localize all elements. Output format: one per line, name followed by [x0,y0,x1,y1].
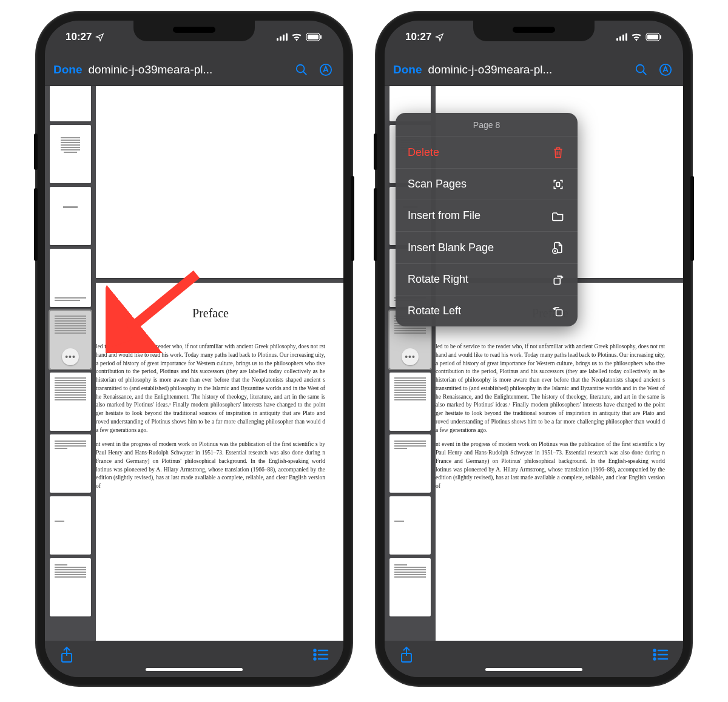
bottom-toolbar [45,641,343,677]
phone-left: 10:27 Done dominic-j-o39meara-pl... [36,12,352,686]
svg-line-4 [303,71,307,75]
wifi-icon [631,33,642,41]
cellular-icon [616,33,627,41]
trash-icon [551,146,565,159]
svg-point-29 [654,654,656,656]
page-thumb[interactable] [389,373,431,431]
page-blank [96,86,343,278]
folder-icon [551,211,565,221]
svg-point-12 [314,654,316,656]
svg-rect-24 [554,278,560,284]
status-time: 10:27 [66,31,92,43]
screen-left: 10:27 Done dominic-j-o39meara-pl... [45,21,343,677]
notch [133,21,255,41]
share-icon[interactable] [59,646,74,663]
menu-insert-blank-label: Insert Blank Page [408,241,494,254]
scan-icon [551,178,565,191]
thumb-more-button[interactable]: ••• [402,348,419,365]
svg-rect-18 [660,35,661,39]
search-icon[interactable] [292,63,311,76]
menu-insert-blank-page[interactable]: Insert Blank Page [396,231,578,263]
nav-bar: Done dominic-j-o39meara-pl... [45,53,343,86]
phone-right: 10:27 Done dominic-j-o39meara-pl... [376,12,692,686]
svg-rect-22 [557,182,560,186]
thumbnail-rail[interactable]: ••• [45,86,96,641]
preface-para: led to be of service to the reader who, … [436,343,665,434]
preface-para: led to be of service to the reader who, … [96,343,325,434]
search-icon[interactable] [632,63,650,76]
svg-point-3 [297,64,305,72]
page-thumb[interactable] [389,496,431,555]
cellular-icon [277,33,288,41]
page-thumb[interactable] [50,249,91,307]
list-icon[interactable] [313,649,329,661]
document-title: dominic-j-o39meara-pl... [428,63,627,76]
svg-line-20 [643,71,647,75]
menu-rotate-left-label: Rotate Left [408,305,461,317]
battery-icon [306,33,323,41]
page-thumb[interactable] [389,558,431,616]
page-thumb[interactable] [50,86,91,121]
page-thumb[interactable] [50,373,91,431]
wifi-icon [291,33,302,41]
screen-right: 10:27 Done dominic-j-o39meara-pl... [385,21,683,677]
menu-rotate-right[interactable]: Rotate Right [396,263,578,295]
menu-insert-file-label: Insert from File [408,209,480,222]
location-icon [95,33,104,42]
svg-point-14 [314,658,316,660]
markup-icon[interactable] [656,63,675,76]
page-thumb[interactable] [50,125,91,183]
content-area: ••• Preface led to be o [45,86,343,641]
done-button[interactable]: Done [53,63,83,76]
page-thumb[interactable] [389,434,431,493]
nav-bar: Done dominic-j-o39meara-pl... [385,53,683,86]
list-icon[interactable] [653,649,669,661]
notch [473,21,595,41]
rotate-right-icon [551,274,565,286]
bottom-toolbar [385,641,683,677]
menu-delete[interactable]: Delete [396,136,578,168]
thumb-more-button[interactable]: ••• [62,348,79,365]
page-viewer[interactable]: Preface led to be of service to the read… [96,86,343,641]
menu-insert-from-file[interactable]: Insert from File [396,200,578,231]
page-context-menu: Page 8 Delete Scan Pages Insert from Fil… [396,113,578,326]
page-thumb[interactable] [50,187,91,245]
context-menu-header: Page 8 [396,113,578,136]
page-plus-icon [551,241,565,254]
markup-icon[interactable] [317,63,335,76]
document-title: dominic-j-o39meara-pl... [89,63,287,76]
menu-rotate-left[interactable]: Rotate Left [396,295,578,326]
svg-point-10 [314,650,316,652]
rotate-left-icon [551,305,565,317]
status-time: 10:27 [405,31,431,43]
share-icon[interactable] [399,646,414,663]
preface-heading: Preface [96,305,325,322]
svg-point-27 [654,650,656,652]
page-thumb[interactable] [50,496,91,555]
battery-icon [645,33,662,41]
svg-rect-1 [308,35,318,39]
menu-scan-label: Scan Pages [408,178,467,191]
svg-rect-2 [320,35,322,39]
location-icon [435,33,444,42]
home-indicator[interactable] [485,668,582,671]
preface-para: nt event in the progress of modern work … [436,440,665,491]
done-button[interactable]: Done [393,63,422,76]
svg-point-31 [654,658,656,660]
page-thumb[interactable] [50,434,91,493]
menu-scan-pages[interactable]: Scan Pages [396,168,578,200]
home-indicator[interactable] [146,668,243,671]
preface-para: nt event in the progress of modern work … [96,440,325,491]
page-thumb[interactable] [50,558,91,616]
menu-delete-label: Delete [408,146,439,159]
page-preface: Preface led to be of service to the read… [436,283,683,641]
svg-point-19 [636,64,644,72]
page-preface: Preface led to be of service to the read… [96,283,343,641]
menu-rotate-right-label: Rotate Right [408,273,468,286]
svg-rect-25 [556,309,562,316]
svg-rect-17 [647,35,658,39]
page-thumb-selected[interactable]: ••• [50,311,91,369]
